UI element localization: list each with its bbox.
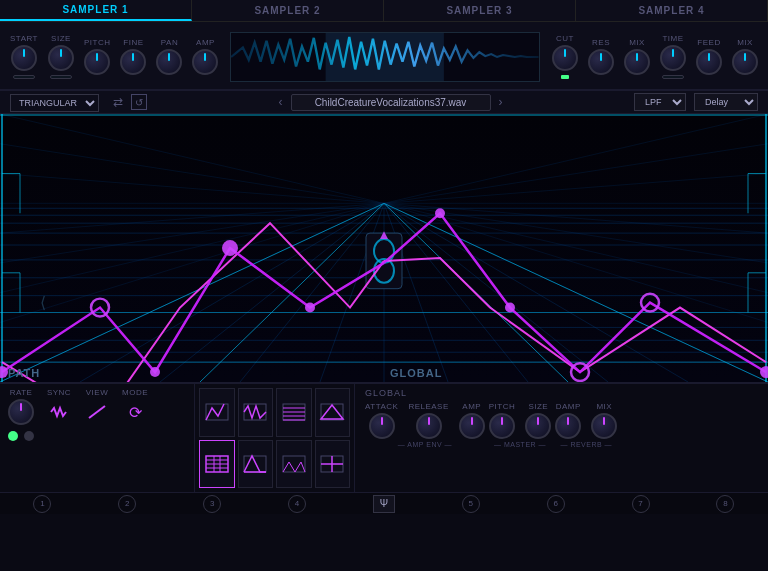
mix-knob[interactable] [624, 49, 650, 75]
filename-input[interactable] [291, 94, 491, 111]
num-8[interactable]: 8 [716, 495, 734, 513]
tab-sampler-4[interactable]: SAMPLER 4 [576, 0, 768, 21]
patterns-section [195, 384, 355, 492]
attack-knob[interactable] [369, 413, 395, 439]
tab-sampler-2[interactable]: SAMPLER 2 [192, 0, 384, 21]
mix2-knob[interactable] [732, 49, 758, 75]
filter-select[interactable]: LPF HPF BPF [634, 93, 686, 111]
num-3[interactable]: 3 [203, 495, 221, 513]
loop-type-select[interactable]: TRIANGULAR FORWARD BACKWARD [10, 94, 99, 112]
start-knob[interactable] [11, 45, 37, 71]
global-pitch-knob[interactable] [489, 413, 515, 439]
time-knob[interactable] [660, 45, 686, 71]
delay-select[interactable]: Delay Reverb Chorus [694, 93, 758, 111]
num-6[interactable]: 6 [547, 495, 565, 513]
pan-label: PAN [161, 38, 178, 47]
mix2-knob-group: MIX [732, 38, 758, 75]
view-icon[interactable] [84, 399, 110, 425]
mix2-label: MIX [737, 38, 753, 47]
tab-sampler-1[interactable]: SAMPLER 1 [0, 0, 192, 21]
global-pitch-group: PITCH [489, 402, 516, 439]
global-size-knob[interactable] [525, 413, 551, 439]
damp-group: DAMP [555, 402, 581, 439]
time-label: TIME [662, 34, 683, 43]
feed-knob[interactable] [696, 49, 722, 75]
bottom-section: RATE SYNC VIEW [0, 384, 768, 514]
pitch-knob[interactable] [84, 49, 110, 75]
controls-and-global: RATE SYNC VIEW [0, 384, 768, 492]
global-size-group: SIZE [525, 402, 551, 439]
global-section: GLOBAL ATTACK RELEASE AMP [355, 384, 768, 492]
psi-button[interactable]: Ψ [373, 495, 395, 513]
global-label: GLOBAL [365, 388, 758, 398]
pattern-cell-5[interactable] [199, 440, 235, 489]
loop-icon[interactable]: ⇄ [113, 95, 123, 109]
pattern-cell-7[interactable] [276, 440, 312, 489]
dot-active [8, 431, 18, 441]
pattern-cell-1[interactable] [199, 388, 235, 437]
num-7[interactable]: 7 [632, 495, 650, 513]
pattern-cell-3[interactable] [276, 388, 312, 437]
release-label: RELEASE [408, 402, 448, 411]
pattern-cell-2[interactable] [238, 388, 274, 437]
start-knob-group: START [10, 34, 38, 79]
global-amp-knob[interactable] [459, 413, 485, 439]
amp-knob[interactable] [192, 49, 218, 75]
num-2[interactable]: 2 [118, 495, 136, 513]
global-mix-knob[interactable] [591, 413, 617, 439]
global-pitch-label: PITCH [489, 402, 516, 411]
amp-knob-group: AMP [192, 38, 218, 75]
pattern-cell-8[interactable] [315, 440, 351, 489]
svg-text:GLOBAL: GLOBAL [390, 367, 442, 379]
pitch-label: PITCH [84, 38, 111, 47]
mode-group: MODE ⟳ [122, 388, 148, 425]
release-group: RELEASE [408, 402, 448, 439]
sync-icon[interactable] [46, 399, 72, 425]
amp-label: AMP [196, 38, 215, 47]
num-4[interactable]: 4 [288, 495, 306, 513]
pattern-cell-6[interactable] [238, 440, 274, 489]
svg-point-58 [305, 303, 315, 313]
svg-point-59 [435, 208, 445, 218]
fine-knob-group: FINE [120, 38, 146, 75]
master-group: PITCH SIZE — MASTER — [489, 402, 552, 448]
reverb-group: DAMP MIX — REVERB — [555, 402, 617, 448]
svg-rect-77 [321, 404, 343, 420]
rate-knob[interactable] [8, 399, 34, 425]
header-controls: START SIZE PITCH FINE PAN AMP [0, 22, 768, 90]
attack-label: ATTACK [365, 402, 398, 411]
next-file-button[interactable]: › [499, 95, 503, 109]
start-label: START [10, 34, 38, 43]
num-5[interactable]: 5 [462, 495, 480, 513]
damp-label: DAMP [556, 402, 581, 411]
res-knob[interactable] [588, 49, 614, 75]
path-section: RATE SYNC VIEW [0, 384, 195, 492]
mode-icon[interactable]: ⟳ [122, 399, 148, 425]
cut-knob[interactable] [552, 45, 578, 71]
damp-knob[interactable] [555, 413, 581, 439]
cut-label: CUT [556, 34, 574, 43]
release-knob[interactable] [416, 413, 442, 439]
global-amp-label: AMP [462, 402, 481, 411]
svg-rect-0 [326, 33, 444, 81]
tab-sampler-3[interactable]: SAMPLER 3 [384, 0, 576, 21]
prev-file-button[interactable]: ‹ [279, 95, 283, 109]
mix-label: MIX [629, 38, 645, 47]
num-1[interactable]: 1 [33, 495, 51, 513]
global-mix-group: MIX [591, 402, 617, 439]
pitch-knob-group: PITCH [84, 38, 111, 75]
amp-env-label: — AMP ENV — [398, 441, 452, 448]
pattern-cell-4[interactable] [315, 388, 351, 437]
size-knob[interactable] [48, 45, 74, 71]
master-label: — MASTER — [494, 441, 546, 448]
viz-svg: ⟨ PATH GLOBAL [0, 114, 768, 382]
rate-label: RATE [10, 388, 33, 397]
waveform-display [230, 32, 540, 82]
fine-knob[interactable] [120, 49, 146, 75]
svg-text:⟨: ⟨ [40, 294, 46, 311]
pan-knob[interactable] [156, 49, 182, 75]
reset-icon[interactable]: ↺ [131, 94, 147, 110]
path-dots [8, 431, 186, 441]
svg-point-56 [150, 367, 160, 377]
reverb-label: — REVERB — [560, 441, 612, 448]
